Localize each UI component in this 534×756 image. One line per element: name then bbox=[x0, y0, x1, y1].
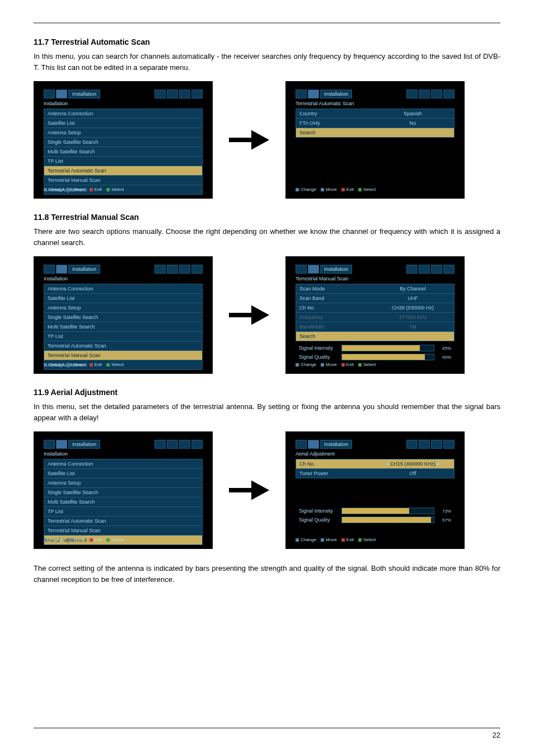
chevron-left-icon[interactable]: ◀ bbox=[386, 462, 389, 466]
tab-icon-selected bbox=[308, 90, 319, 98]
tab-icon bbox=[167, 440, 178, 449]
tab-icon bbox=[443, 90, 455, 98]
menu-item[interactable]: Antenna Setup bbox=[44, 478, 202, 488]
window-title: Installation bbox=[68, 265, 100, 274]
tab-icon bbox=[406, 265, 418, 274]
menu-item[interactable]: Antenna Setup bbox=[44, 128, 202, 138]
tab-icon bbox=[154, 90, 166, 98]
menu-item[interactable]: Antenna Connection bbox=[44, 109, 202, 119]
chevron-right-icon[interactable]: ▶ bbox=[437, 462, 439, 466]
page-number: 22 bbox=[34, 727, 500, 739]
menu-item[interactable]: Satellite List bbox=[44, 469, 202, 478]
menu-item[interactable]: Single Satellite Search bbox=[44, 488, 202, 497]
signal-quality: Signal Quality 90% bbox=[296, 353, 455, 361]
footer-hints: Change Move Exit Select bbox=[296, 362, 455, 367]
tab-icon bbox=[44, 265, 55, 274]
tab-icon-selected bbox=[56, 265, 67, 274]
menu-list: Antenna Connection Satellite List Antenn… bbox=[44, 284, 203, 370]
menu-item[interactable]: Single Satellite Search bbox=[44, 313, 202, 322]
arrow-right-icon bbox=[224, 298, 274, 332]
menu-item[interactable]: TP List bbox=[44, 332, 202, 341]
tuner-power-row[interactable]: Tuner Power Off bbox=[296, 469, 454, 478]
search-row[interactable]: Search bbox=[296, 332, 454, 341]
menu-item[interactable]: Single Satellite Search bbox=[44, 138, 202, 147]
arrow-right-icon bbox=[224, 473, 274, 507]
menu-item[interactable]: Antenna Connection bbox=[44, 459, 202, 469]
figure-row-1: Installation Installation Antenna Connec… bbox=[34, 81, 500, 199]
footer-hints: Change Move Exit Select bbox=[44, 362, 203, 367]
heading-11-8: 11.8 Terrestrial Manual Scan bbox=[34, 213, 500, 222]
heading-11-9: 11.9 Aerial Adjustment bbox=[34, 388, 500, 397]
setting-row[interactable]: FTA Only No bbox=[296, 119, 454, 128]
tab-icon bbox=[154, 440, 166, 449]
screenshot-aerial-adjust: Installation Aerial Adjustment Ch No. ◀ … bbox=[285, 431, 465, 549]
screenshot-installation-manual: Installation Installation Antenna Connec… bbox=[34, 256, 213, 374]
screenshot-auto-scan: Installation Terrestrial Automatic Scan … bbox=[285, 81, 465, 199]
settings-list: Country Spanish FTA Only No Search bbox=[296, 109, 455, 138]
menu-item-selected[interactable]: Terrestrial Manual Scan bbox=[44, 351, 202, 360]
window-title: Installation bbox=[68, 90, 100, 98]
menu-item-selected[interactable]: Terrestrial Automatic Scan bbox=[44, 166, 202, 176]
heading-11-7: 11.7 Terrestrial Automatic Scan bbox=[34, 37, 500, 46]
tab-icon bbox=[296, 265, 307, 274]
search-row[interactable]: Search bbox=[296, 128, 454, 137]
tab-icon-selected bbox=[308, 265, 319, 274]
signal-intensity: Signal Intensity 73% bbox=[296, 506, 455, 515]
menu-item[interactable]: Terrestrial Manual Scan bbox=[44, 526, 202, 536]
panel-header: Terrestrial Automatic Scan bbox=[296, 100, 455, 107]
footer-hints: Change Move Exit Select bbox=[44, 537, 203, 542]
panel-header: Installation bbox=[44, 275, 203, 283]
paragraph-11-9-b: The correct setting of the antenna is in… bbox=[34, 563, 500, 585]
signal-quality: Signal Quality 97% bbox=[296, 515, 455, 524]
menu-item[interactable]: Multi Satellite Search bbox=[44, 497, 202, 507]
panel-header: Installation bbox=[44, 450, 203, 458]
menu-item[interactable]: Terrestrial Automatic Scan bbox=[44, 341, 202, 351]
setting-row-disabled: BandWidth7M bbox=[296, 322, 454, 332]
menu-item[interactable]: Antenna Setup bbox=[44, 303, 202, 313]
tab-icon bbox=[419, 265, 430, 274]
tab-icon bbox=[296, 440, 307, 449]
menu-item[interactable]: TP List bbox=[44, 157, 202, 166]
window-title: Installation bbox=[68, 440, 100, 449]
menu-item[interactable]: Satellite List bbox=[44, 294, 202, 303]
menu-item[interactable]: Terrestrial Automatic Scan bbox=[44, 516, 202, 526]
window-title: Installation bbox=[320, 265, 352, 274]
screenshot-installation-aerial: Installation Installation Antenna Connec… bbox=[34, 431, 213, 549]
channel-row[interactable]: Ch No. ◀ CH15 (490000 KHz) ▶ bbox=[296, 459, 454, 469]
menu-item[interactable]: Multi Satellite Search bbox=[44, 147, 202, 157]
footer-hints: Change Move Exit Select bbox=[296, 537, 455, 542]
tab-icon bbox=[44, 90, 55, 98]
setting-row[interactable]: Scan ModeBy Channel bbox=[296, 284, 454, 294]
menu-item[interactable]: TP List bbox=[44, 507, 202, 516]
setting-row[interactable]: Ch No.CH28 (530000 Hz) bbox=[296, 303, 454, 313]
tab-icon bbox=[167, 90, 178, 98]
tab-icon-selected bbox=[56, 90, 67, 98]
tab-icon bbox=[443, 440, 455, 449]
tab-icon bbox=[431, 440, 442, 449]
tab-icon bbox=[419, 90, 430, 98]
menu-item[interactable]: Satellite List bbox=[44, 119, 202, 128]
tab-icon bbox=[179, 265, 190, 274]
figure-row-2: Installation Installation Antenna Connec… bbox=[34, 256, 500, 374]
setting-row[interactable]: Country Spanish bbox=[296, 109, 454, 119]
footer-hints: Change Move Exit Select bbox=[296, 187, 455, 192]
window-title: Installation bbox=[320, 440, 352, 449]
tab-icon-selected bbox=[308, 440, 319, 449]
menu-item[interactable]: Multi Satellite Search bbox=[44, 322, 202, 332]
tab-icon bbox=[431, 90, 442, 98]
footer-hints: Change Move Exit Select bbox=[44, 187, 203, 192]
tab-icon bbox=[154, 265, 166, 274]
tab-icon bbox=[191, 440, 203, 449]
menu-item[interactable]: Terrestrial Manual Scan bbox=[44, 176, 202, 185]
tab-icon bbox=[419, 440, 430, 449]
menu-list: Antenna Connection Satellite List Antenn… bbox=[44, 459, 203, 545]
tab-icon bbox=[191, 265, 203, 274]
tab-icon bbox=[191, 90, 203, 98]
tab-icon-selected bbox=[56, 440, 67, 449]
screenshot-installation-auto: Installation Installation Antenna Connec… bbox=[34, 81, 213, 199]
menu-item[interactable]: Antenna Connection bbox=[44, 284, 202, 294]
setting-row[interactable]: Scan BandUHF bbox=[296, 294, 454, 303]
panel-header: Aerial Adjustment bbox=[296, 450, 455, 458]
arrow-right-icon bbox=[224, 123, 274, 157]
tab-icon bbox=[443, 265, 455, 274]
